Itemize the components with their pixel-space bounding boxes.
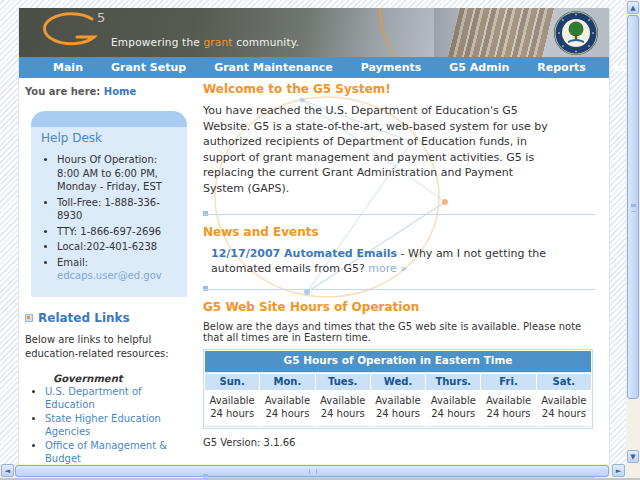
help-desk-tty: TTY: 1-866-697-2696	[57, 225, 179, 239]
scroll-right-icon[interactable]: ►	[612, 464, 625, 477]
news-item-link[interactable]: 12/17/2007 Automated Emails	[211, 247, 397, 260]
news-more-link[interactable]: more »	[368, 262, 407, 275]
availability-cell: Available 24 hours	[537, 391, 591, 427]
scroll-left-icon[interactable]: ◄	[1, 464, 14, 477]
vertical-scrollbar-thumb[interactable]	[627, 15, 639, 399]
group-heading: Government	[53, 373, 193, 384]
table-row: Sun. Mon. Tues. Wed. Thurs. Fri. Sat.	[205, 374, 591, 390]
related-links-title: Related Links	[38, 311, 130, 325]
tagline-suffix: community.	[233, 36, 300, 48]
main-content: Welcome to the G5 System! You have reach…	[199, 78, 603, 464]
help-desk-tollfree: Toll-Free: 1-888-336-8930	[57, 196, 179, 223]
banner-tagline: Empowering the grant community.	[111, 36, 299, 48]
nav-item-g5-admin[interactable]: G5 Admin	[435, 61, 523, 74]
scroll-up-icon[interactable]: ▲	[627, 1, 639, 14]
hours-intro: Below are the days and times that the G5…	[203, 321, 597, 343]
banner-orange-curve	[361, 8, 471, 57]
day-header-mon: Mon.	[260, 374, 314, 390]
breadcrumb-home-link[interactable]: Home	[104, 86, 136, 97]
nav-item-grant-setup[interactable]: Grant Setup	[97, 61, 200, 74]
related-links-header: Related Links	[25, 311, 193, 325]
day-header-tues: Tues.	[316, 374, 370, 390]
scroll-down-icon[interactable]: ▼	[627, 450, 639, 463]
link-us-dept-education[interactable]: U.S. Department of Education	[45, 386, 142, 410]
nav-item-payments[interactable]: Payments	[347, 61, 436, 74]
vertical-scrollbar[interactable]: ▲ ▼	[626, 0, 640, 464]
list-item: State Higher Education Agencies	[45, 412, 193, 438]
news-item: 12/17/2007 Automated Emails - Why am I n…	[203, 246, 597, 277]
availability-cell: Available 24 hours	[205, 391, 259, 427]
help-desk-title: Help Desk	[41, 131, 179, 145]
related-links-group-government: Government U.S. Department of Education …	[23, 373, 193, 465]
g5-version-label: G5 Version: 3.1.66	[203, 437, 597, 448]
day-header-sun: Sun.	[205, 374, 259, 390]
availability-cell: Available 24 hours	[316, 391, 370, 427]
help-desk-panel-cap	[31, 111, 187, 127]
section-divider	[203, 474, 597, 480]
nav-item-grant-maintenance[interactable]: Grant Maintenance	[200, 61, 347, 74]
sidebar: You are here: Home Help Desk Hours Of Op…	[19, 78, 199, 464]
link-state-higher-ed[interactable]: State Higher Education Agencies	[45, 413, 161, 437]
table-row: Available 24 hours Available 24 hours Av…	[205, 391, 591, 427]
welcome-text: You have reached the U.S. Department of …	[203, 103, 555, 197]
section-divider	[203, 211, 597, 217]
main-nav: Main Grant Setup Grant Maintenance Payme…	[19, 57, 609, 78]
scrollbar-corner	[626, 464, 640, 478]
related-links-intro: Below are links to helpful education-rel…	[25, 333, 193, 361]
hours-title: G5 Web Site Hours of Operation	[203, 300, 597, 314]
list-item: U.S. Department of Education	[45, 385, 193, 411]
g5-logo-five: 5	[97, 10, 105, 25]
help-desk-local: Local:202-401-6238	[57, 240, 179, 254]
nav-item-reports[interactable]: Reports	[523, 61, 600, 74]
help-desk-panel: Help Desk Hours Of Operation: 8:00 AM to…	[31, 111, 187, 297]
help-desk-email: Email: edcaps.user@ed.gov	[57, 256, 179, 283]
tagline-prefix: Empowering the	[111, 36, 203, 48]
link-omb[interactable]: Office of Management & Budget	[45, 440, 167, 464]
g5-logo: 5	[37, 10, 107, 57]
help-desk-hours: Hours Of Operation: 8:00 AM to 6:00 PM, …	[57, 153, 179, 194]
content-columns: You are here: Home Help Desk Hours Of Op…	[19, 78, 609, 464]
page-container: 5 Empowering the grant community. Main G…	[18, 8, 610, 464]
news-title: News and Events	[203, 225, 597, 239]
availability-cell: Available 24 hours	[481, 391, 535, 427]
day-header-fri: Fri.	[481, 374, 535, 390]
site-banner: 5 Empowering the grant community.	[19, 8, 609, 57]
tagline-highlight: grant	[203, 36, 232, 48]
day-header-wed: Wed.	[371, 374, 425, 390]
grid-bullet-icon	[25, 314, 33, 322]
list-item: Office of Management & Budget	[45, 439, 193, 465]
hours-table: G5 Hours of Operation in Eastern Time Su…	[203, 349, 593, 429]
nav-item-main[interactable]: Main	[39, 61, 97, 74]
availability-cell: Available 24 hours	[371, 391, 425, 427]
hours-table-caption: G5 Hours of Operation in Eastern Time	[205, 351, 591, 373]
help-desk-list: Hours Of Operation: 8:00 AM to 6:00 PM, …	[57, 153, 179, 283]
section-divider	[203, 286, 597, 292]
spacer	[203, 448, 597, 464]
help-desk-email-label: Email:	[57, 257, 88, 268]
welcome-title: Welcome to the G5 System!	[203, 82, 597, 96]
department-of-education-seal-icon	[553, 10, 599, 56]
breadcrumb: You are here: Home	[23, 84, 193, 105]
help-desk-email-link[interactable]: edcaps.user@ed.gov	[57, 270, 162, 281]
availability-cell: Available 24 hours	[260, 391, 314, 427]
day-header-thurs: Thurs.	[426, 374, 480, 390]
availability-cell: Available 24 hours	[426, 391, 480, 427]
breadcrumb-label: You are here:	[25, 86, 100, 97]
day-header-sat: Sat.	[537, 374, 591, 390]
help-desk-body: Help Desk Hours Of Operation: 8:00 AM to…	[31, 127, 187, 297]
